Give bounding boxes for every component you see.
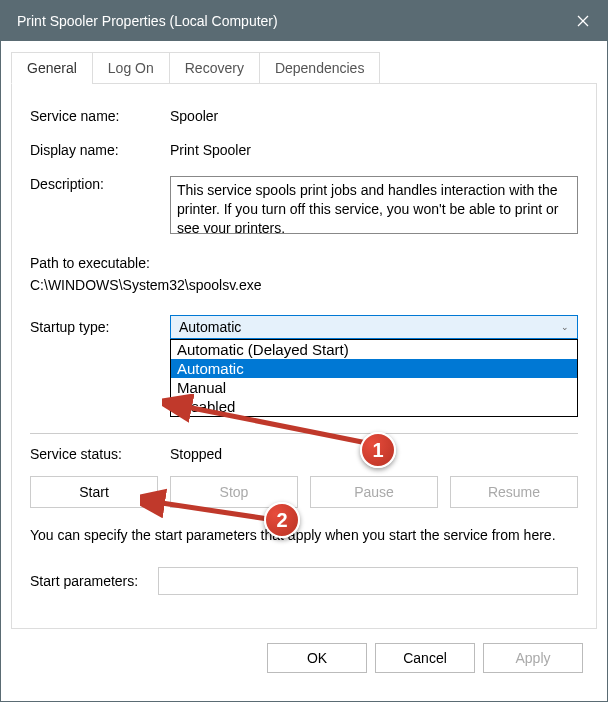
path-value: C:\WINDOWS\System32\spoolsv.exe — [30, 274, 578, 296]
startup-option-manual[interactable]: Manual — [171, 378, 577, 397]
service-name-label: Service name: — [30, 108, 170, 124]
start-params-input[interactable] — [158, 567, 578, 595]
pause-button: Pause — [310, 476, 438, 508]
description-label: Description: — [30, 176, 170, 192]
ok-button[interactable]: OK — [267, 643, 367, 673]
tab-strip: General Log On Recovery Dependencies — [11, 52, 597, 84]
divider — [30, 433, 578, 434]
start-button[interactable]: Start — [30, 476, 158, 508]
service-status-label: Service status: — [30, 446, 170, 462]
path-label: Path to executable: — [30, 252, 578, 274]
startup-option-automatic[interactable]: Automatic — [171, 359, 577, 378]
service-name-value: Spooler — [170, 108, 578, 124]
tab-logon[interactable]: Log On — [92, 52, 170, 84]
properties-dialog: Print Spooler Properties (Local Computer… — [0, 0, 608, 702]
startup-type-dropdown[interactable]: Automatic ⌄ Automatic (Delayed Start) Au… — [170, 315, 578, 339]
stop-button: Stop — [170, 476, 298, 508]
tab-recovery[interactable]: Recovery — [169, 52, 260, 84]
chevron-down-icon: ⌄ — [561, 322, 569, 332]
dialog-content: General Log On Recovery Dependencies Ser… — [1, 41, 607, 701]
help-text: You can specify the start parameters tha… — [30, 526, 578, 546]
display-name-value: Print Spooler — [170, 142, 578, 158]
startup-type-label: Startup type: — [30, 319, 170, 335]
tab-dependencies[interactable]: Dependencies — [259, 52, 381, 84]
startup-option-delayed[interactable]: Automatic (Delayed Start) — [171, 340, 577, 359]
titlebar: Print Spooler Properties (Local Computer… — [1, 1, 607, 41]
dialog-buttons: OK Cancel Apply — [11, 629, 597, 691]
description-text[interactable]: This service spools print jobs and handl… — [170, 176, 578, 234]
tab-general[interactable]: General — [11, 52, 93, 84]
start-params-label: Start parameters: — [30, 573, 138, 589]
startup-option-disabled[interactable]: Disabled — [171, 397, 577, 416]
window-title: Print Spooler Properties (Local Computer… — [17, 13, 559, 29]
general-panel: Service name: Spooler Display name: Prin… — [12, 83, 596, 628]
resume-button: Resume — [450, 476, 578, 508]
startup-options-list: Automatic (Delayed Start) Automatic Manu… — [170, 339, 578, 417]
apply-button: Apply — [483, 643, 583, 673]
close-icon — [577, 15, 589, 27]
startup-selected: Automatic — [179, 319, 241, 335]
display-name-label: Display name: — [30, 142, 170, 158]
close-button[interactable] — [559, 1, 607, 41]
service-status-value: Stopped — [170, 446, 222, 462]
tab-panel: Service name: Spooler Display name: Prin… — [11, 83, 597, 629]
cancel-button[interactable]: Cancel — [375, 643, 475, 673]
